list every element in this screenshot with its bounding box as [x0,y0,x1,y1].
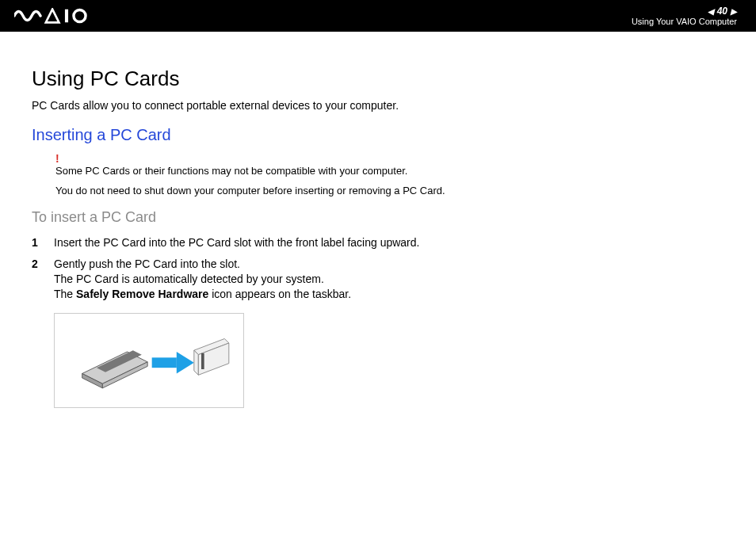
svg-rect-0 [65,10,68,23]
step-2-line-c-post: icon appears on the taskbar. [208,288,351,300]
intro-text: PC Cards allow you to connect portable e… [32,99,724,112]
notice-line-1: Some PC Cards or their functions may not… [55,165,724,177]
page-title: Using PC Cards [32,67,724,91]
svg-marker-9 [194,350,199,375]
section-heading: Inserting a PC Card [32,126,724,144]
step-2-line-c-bold: Safely Remove Hardware [76,288,208,300]
header-right: ◀ 40 ▶ Using Your VAIO Computer [632,6,737,26]
vaio-logo [14,8,101,24]
step-2: Gently push the PC Card into the slot. T… [32,257,724,302]
page-content: Using PC Cards PC Cards allow you to con… [0,32,756,408]
step-1: Insert the PC Card into the PC Card slot… [32,235,724,250]
prev-page-arrow[interactable]: ◀ [708,7,714,16]
next-page-arrow[interactable]: ▶ [731,7,737,16]
step-2-line-c-pre: The [54,288,76,300]
svg-rect-11 [201,353,204,368]
notice-block: ! Some PC Cards or their functions may n… [32,152,724,196]
svg-point-1 [74,10,86,21]
step-1-text: Insert the PC Card into the PC Card slot… [54,235,724,250]
notice-line-2: You do not need to shut down your comput… [55,185,724,196]
subheading: To insert a PC Card [32,209,724,226]
breadcrumb: Using Your VAIO Computer [632,17,737,26]
svg-rect-6 [152,357,177,368]
page-number: 40 [717,6,727,17]
pc-card-illustration [54,313,244,408]
step-2-line-a: Gently push the PC Card into the slot. [54,257,240,270]
warning-icon: ! [55,152,724,165]
step-2-body: Gently push the PC Card into the slot. T… [54,257,724,302]
page-nav: ◀ 40 ▶ [708,6,737,17]
svg-marker-7 [177,352,194,374]
step-2-line-b: The PC Card is automatically detected by… [54,273,324,285]
step-list: Insert the PC Card into the PC Card slot… [32,235,724,302]
header-bar: ◀ 40 ▶ Using Your VAIO Computer [0,0,756,32]
